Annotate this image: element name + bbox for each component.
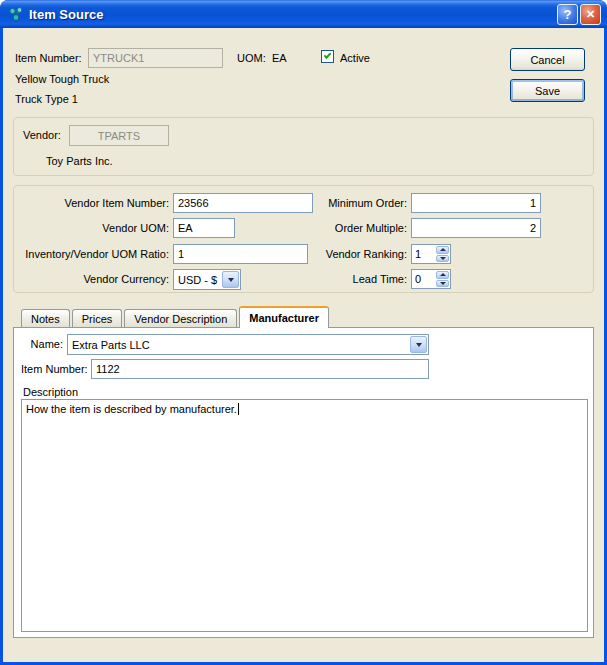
details-groupbox: Vendor Item Number: Minimum Order: Vendo… [13, 185, 594, 293]
order-multiple-label: Order Multiple: [257, 222, 407, 234]
manufacturer-name-label: Name: [19, 338, 63, 350]
spin-down-icon[interactable] [436, 280, 449, 288]
app-icon [8, 6, 24, 22]
vendor-currency-label: Vendor Currency: [19, 273, 169, 285]
manufacturer-item-number-input[interactable] [91, 359, 429, 379]
dropdown-arrow-icon[interactable] [222, 271, 239, 288]
vendor-code-field[interactable] [69, 125, 169, 146]
manufacturer-description-textarea[interactable]: How the item is described by manufacture… [21, 399, 588, 632]
vendor-groupbox: Vendor: Toy Parts Inc. [13, 117, 594, 176]
tab-notes[interactable]: Notes [21, 309, 70, 327]
manufacturer-item-number-label: Item Number: [21, 363, 88, 375]
check-icon [324, 51, 332, 59]
close-button[interactable]: ✕ [580, 4, 601, 25]
minimum-order-label: Minimum Order: [257, 197, 407, 209]
titlebar-buttons: ? ✕ [557, 4, 601, 25]
cancel-button[interactable]: Cancel [510, 48, 585, 71]
spin-up-icon[interactable] [436, 246, 449, 254]
vendor-ranking-label: Vendor Ranking: [257, 248, 407, 260]
lead-time-label: Lead Time: [257, 273, 407, 285]
vendor-name-text: Toy Parts Inc. [46, 155, 113, 167]
tab-prices[interactable]: Prices [72, 309, 123, 327]
manufacturer-tab-panel: Name: Extra Parts LLC Item Number: Descr… [13, 327, 594, 638]
active-checkbox-label: Active [340, 52, 370, 64]
uom-ratio-label: Inventory/Vendor UOM Ratio: [19, 248, 169, 260]
vendor-currency-value: USD - $ [174, 274, 221, 286]
lead-time-spin-buttons [436, 270, 450, 288]
manufacturer-name-dropdown[interactable]: Extra Parts LLC [67, 334, 429, 355]
item-type-text: Truck Type 1 [15, 93, 78, 105]
vendor-ranking-spinner [411, 244, 451, 264]
item-number-field [88, 48, 223, 68]
order-multiple-input[interactable] [411, 218, 541, 238]
titlebar[interactable]: Item Source ? ✕ [0, 0, 607, 28]
vendor-ranking-spin-buttons [436, 245, 450, 263]
lead-time-input[interactable] [412, 270, 436, 288]
vendor-currency-dropdown[interactable]: USD - $ [173, 269, 241, 290]
dropdown-arrow-icon[interactable] [410, 336, 427, 353]
help-button[interactable]: ? [557, 4, 578, 25]
item-description-text: Yellow Tough Truck [15, 73, 109, 85]
vendor-label: Vendor: [23, 129, 61, 141]
vendor-uom-label: Vendor UOM: [19, 222, 169, 234]
uom-value: EA [272, 52, 287, 64]
lead-time-spinner [411, 269, 451, 289]
tab-manufacturer[interactable]: Manufacturer [239, 306, 329, 328]
active-checkbox[interactable] [321, 50, 334, 63]
text-cursor [238, 403, 239, 415]
manufacturer-description-text: How the item is described by manufacture… [26, 403, 237, 415]
save-button[interactable]: Save [510, 79, 585, 102]
description-label: Description [23, 386, 78, 398]
tab-strip: Notes Prices Vendor Description Manufact… [21, 306, 329, 327]
vendor-ranking-input[interactable] [412, 245, 436, 263]
item-number-label: Item Number: [15, 52, 82, 64]
tab-vendor-description[interactable]: Vendor Description [124, 309, 237, 327]
dialog-body: Item Number: UOM: EA Active Yellow Tough… [3, 28, 604, 662]
minimum-order-input[interactable] [411, 193, 541, 213]
spin-up-icon[interactable] [436, 271, 449, 279]
manufacturer-name-value: Extra Parts LLC [68, 339, 409, 351]
vendor-item-number-label: Vendor Item Number: [19, 197, 169, 209]
vendor-uom-input[interactable] [173, 218, 235, 238]
item-source-dialog: Item Source ? ✕ Item Number: UOM: EA Act… [0, 0, 607, 665]
spin-down-icon[interactable] [436, 255, 449, 263]
window-title: Item Source [29, 7, 103, 22]
uom-label: UOM: [237, 52, 266, 64]
